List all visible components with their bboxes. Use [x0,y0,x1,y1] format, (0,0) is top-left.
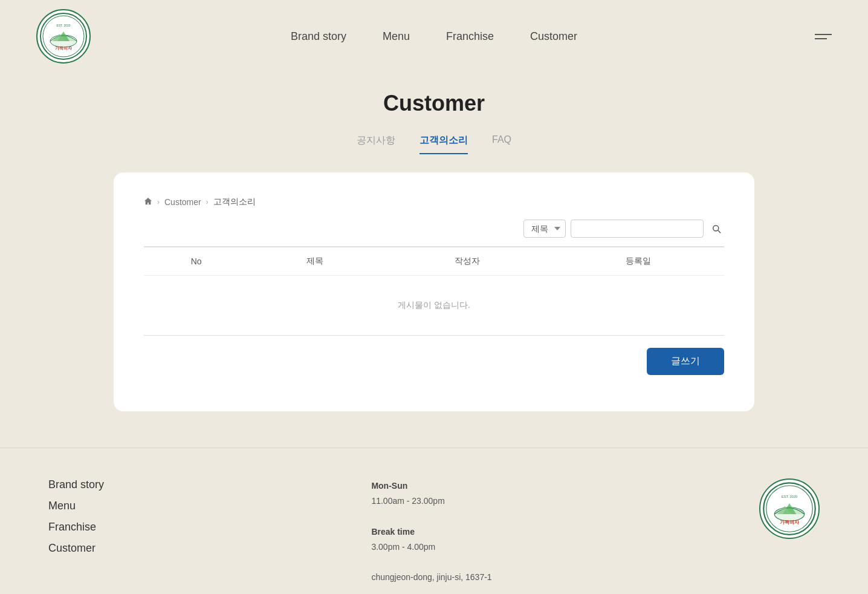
footer-hours-value: 11.00am - 23.00pm [371,496,444,506]
hamburger-button[interactable] [815,34,832,39]
footer-logo-circle: 가득피자 EST. 2020 [759,478,820,539]
hamburger-line-2 [815,38,827,39]
breadcrumb: › Customer › 고객의소리 [144,197,724,207]
empty-message: 게시물이 없습니다. [144,276,724,336]
col-title: 제목 [248,247,381,276]
search-category-select[interactable]: 제목 [523,220,566,238]
footer-franchise[interactable]: Franchise [48,521,104,534]
empty-row: 게시물이 없습니다. [144,276,724,336]
footer-info: Mon-Sun 11.00am - 23.00pm Break time 3.0… [371,478,491,585]
page-title: Customer [0,91,868,116]
site-header: 가득피자 EST. 2020 Brand story Menu Franchis… [0,0,868,73]
page-title-section: Customer [0,73,868,128]
svg-text:가득피자: 가득피자 [55,46,73,51]
footer-break-label: Break time [371,527,415,537]
tab-faq[interactable]: FAQ [492,134,511,154]
nav-menu[interactable]: Menu [383,30,410,43]
tab-voice[interactable]: 고객의소리 [419,134,468,154]
table-bottom: 글쓰기 [144,335,724,375]
footer-hours-label: Mon-Sun [371,481,407,491]
col-no: No [144,247,248,276]
tabs-section: 공지사항 고객의소리 FAQ [0,128,868,154]
write-button[interactable]: 글쓰기 [647,348,724,375]
footer-brand-story[interactable]: Brand story [48,478,104,491]
nav-franchise[interactable]: Franchise [446,30,494,43]
search-button[interactable] [708,221,724,237]
footer-address: chungjeon-dong, jinju-si, 1637-1 [371,572,491,582]
breadcrumb-sep-2: › [206,198,209,206]
breadcrumb-customer[interactable]: Customer [164,197,201,207]
board-table: No 제목 작성자 등록일 게시물이 없습니다. [144,247,724,335]
svg-text:EST. 2020: EST. 2020 [56,24,70,27]
content-card: › Customer › 고객의소리 제목 No 제목 [114,172,754,411]
breadcrumb-home[interactable] [144,197,152,207]
svg-text:EST. 2020: EST. 2020 [782,495,797,498]
search-row: 제목 [144,220,724,238]
hamburger-line-1 [815,34,832,35]
footer-customer[interactable]: Customer [48,542,104,555]
nav-brand-story[interactable]: Brand story [291,30,346,43]
footer-nav: Brand story Menu Franchise Customer [48,478,104,555]
footer: Brand story Menu Franchise Customer Mon-… [0,448,868,594]
logo[interactable]: 가득피자 EST. 2020 [36,9,91,64]
main-nav: Brand story Menu Franchise Customer [291,30,577,43]
col-author: 작성자 [381,247,553,276]
content-area: › Customer › 고객의소리 제목 No 제목 [0,172,868,411]
footer-logo: 가득피자 EST. 2020 [759,478,820,539]
footer-break-value: 3.00pm - 4.00pm [371,542,435,552]
nav-customer[interactable]: Customer [530,30,577,43]
search-input[interactable] [571,220,704,238]
col-date: 등록일 [552,247,724,276]
footer-menu[interactable]: Menu [48,500,104,512]
breadcrumb-current: 고객의소리 [213,197,256,207]
breadcrumb-sep-1: › [157,198,160,206]
tab-notice[interactable]: 공지사항 [357,134,395,154]
svg-text:가득피자: 가득피자 [780,520,800,525]
